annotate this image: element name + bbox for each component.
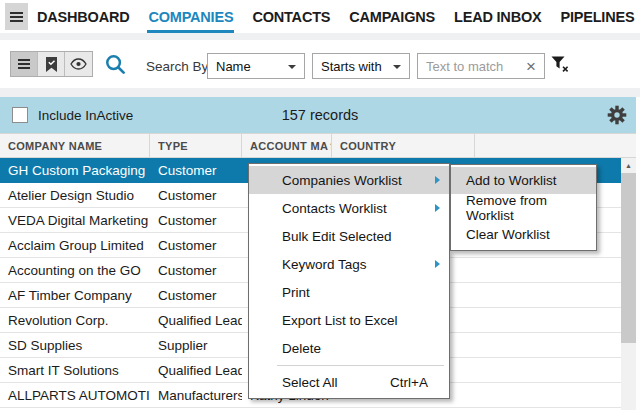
- search-operator-value: Starts with: [321, 59, 382, 74]
- menu-item-companies-worklist[interactable]: Companies Worklist: [249, 166, 449, 194]
- context-menu: Companies WorklistContacts WorklistBulk …: [248, 163, 450, 399]
- cell-company: AF Timber Company: [0, 283, 150, 307]
- cell-type: Customer: [150, 183, 242, 207]
- cell-empty: [475, 283, 640, 307]
- nav-tab-campaigns[interactable]: CAMPAIGNS: [348, 0, 436, 33]
- menu-item-bulk-edit-selected[interactable]: Bulk Edit Selected: [249, 222, 449, 250]
- cell-empty: [475, 383, 640, 407]
- submenu-arrow-icon: [435, 204, 440, 212]
- cell-empty: [475, 308, 640, 332]
- submenu-arrow-icon: [435, 176, 440, 184]
- clear-search-icon[interactable]: ×: [526, 58, 544, 75]
- column-header-empty: [475, 134, 640, 157]
- search-operator-dropdown[interactable]: Starts with: [312, 53, 410, 79]
- menu-item-label: Select All: [282, 375, 338, 390]
- gear-icon[interactable]: [607, 105, 627, 125]
- grid-right-edge: [636, 97, 640, 410]
- preview-view-button[interactable]: [65, 52, 92, 76]
- cell-type: Customer: [150, 283, 242, 307]
- scroll-up-icon[interactable]: ▲: [621, 158, 636, 173]
- list-view-icon: [18, 63, 30, 65]
- cell-company: Atelier Design Studio: [0, 183, 150, 207]
- grid-header: COMPANY NAME TYPE ACCOUNT MA ↑ COUNTRY: [0, 133, 640, 158]
- menu-item-export-list-to-excel[interactable]: Export List to Excel: [249, 306, 449, 334]
- view-button-group: [10, 51, 93, 77]
- menu-item-print[interactable]: Print: [249, 278, 449, 306]
- search-toolbar: Search By Name Starts with ×: [0, 40, 640, 88]
- menu-item-label: Contacts Worklist: [282, 201, 387, 216]
- cell-company: ALLPARTS AUTOMOTIVE LT: [0, 383, 150, 407]
- main-menu-button[interactable]: [5, 3, 28, 30]
- search-input-wrap: ×: [417, 53, 545, 79]
- menu-item-label: Print: [282, 285, 310, 300]
- search-field-dropdown[interactable]: Name: [207, 53, 305, 79]
- scrollbar-thumb[interactable]: [621, 173, 636, 343]
- menu-item-keyword-tags[interactable]: Keyword Tags: [249, 250, 449, 278]
- menu-item-label: Export List to Excel: [282, 313, 398, 328]
- cell-type: Qualified Lead: [150, 308, 242, 332]
- search-input[interactable]: [418, 59, 514, 74]
- cell-type: Customer: [150, 208, 242, 232]
- cell-type: Customer: [150, 233, 242, 257]
- cell-type: Manufacturers: [150, 383, 242, 407]
- search-icon: [104, 53, 127, 76]
- column-header-type[interactable]: TYPE: [150, 134, 242, 157]
- nav-tab-companies[interactable]: COMPANIES: [147, 0, 234, 33]
- cell-company: GH Custom Packaging: [0, 158, 150, 182]
- cell-company: Revolution Corp.: [0, 308, 150, 332]
- menu-item-delete[interactable]: Delete: [249, 334, 449, 362]
- submenu-item-add-to-worklist[interactable]: Add to Worklist: [451, 167, 596, 194]
- hamburger-icon: [10, 16, 23, 18]
- records-count: 157 records: [0, 107, 640, 123]
- submenu-arrow-icon: [435, 260, 440, 268]
- cell-type: Qualified Lead: [150, 358, 242, 382]
- bookmark-icon: [45, 57, 58, 72]
- records-bar: Include InActive 157 records: [0, 97, 640, 133]
- column-header-company-name[interactable]: COMPANY NAME: [0, 134, 150, 157]
- cell-company: SD Supplies: [0, 333, 150, 357]
- cell-company: Smart IT Solutions: [0, 358, 150, 382]
- nav-tabs: DASHBOARDCOMPANIESCONTACTSCAMPAIGNSLEAD …: [36, 0, 640, 33]
- menu-shortcut: Ctrl+A: [390, 375, 439, 390]
- submenu-item-remove-from-worklist[interactable]: Remove from Worklist: [451, 194, 596, 221]
- cell-company: Accounting on the GO: [0, 258, 150, 282]
- cell-type: Customer: [150, 258, 242, 282]
- search-field-value: Name: [216, 59, 251, 74]
- filter-clear-icon[interactable]: [551, 56, 570, 73]
- chevron-down-icon: [288, 65, 296, 69]
- cell-type: Customer: [150, 158, 242, 182]
- submenu-item-clear-worklist[interactable]: Clear Worklist: [451, 221, 596, 248]
- chevron-down-icon: [393, 65, 401, 69]
- menu-item-label: Delete: [282, 341, 321, 356]
- nav-tab-pipelines[interactable]: PIPELINES: [559, 0, 635, 33]
- search-by-label: Search By: [146, 59, 208, 74]
- list-view-button[interactable]: [11, 52, 38, 76]
- cell-company: VEDA Digital Marketing: [0, 208, 150, 232]
- column-header-country[interactable]: COUNTRY: [332, 134, 475, 157]
- vertical-scrollbar[interactable]: ▲: [621, 158, 636, 410]
- menu-separator: [277, 365, 444, 366]
- eye-icon: [70, 58, 87, 70]
- menu-item-contacts-worklist[interactable]: Contacts Worklist: [249, 194, 449, 222]
- menu-item-label: Companies Worklist: [282, 173, 402, 188]
- nav-tab-contacts[interactable]: CONTACTS: [251, 0, 331, 33]
- nav-tab-dashboard[interactable]: DASHBOARD: [36, 0, 130, 33]
- cell-company: Acclaim Group Limited: [0, 233, 150, 257]
- top-navbar: DASHBOARDCOMPANIESCONTACTSCAMPAIGNSLEAD …: [0, 0, 640, 33]
- cell-type: Supplier: [150, 333, 242, 357]
- cell-empty: [475, 258, 640, 282]
- column-header-account-manager[interactable]: ACCOUNT MA ↑: [242, 134, 332, 157]
- cell-empty: [475, 333, 640, 357]
- menu-item-label: Keyword Tags: [282, 257, 367, 272]
- cell-empty: [475, 358, 640, 382]
- menu-item-label: Bulk Edit Selected: [282, 229, 392, 244]
- menu-item-select-all[interactable]: Select AllCtrl+A: [249, 368, 449, 396]
- worklist-submenu: Add to WorklistRemove from WorklistClear…: [450, 164, 597, 251]
- bookmark-view-button[interactable]: [38, 52, 65, 76]
- nav-tab-lead-inbox[interactable]: LEAD INBOX: [453, 0, 542, 33]
